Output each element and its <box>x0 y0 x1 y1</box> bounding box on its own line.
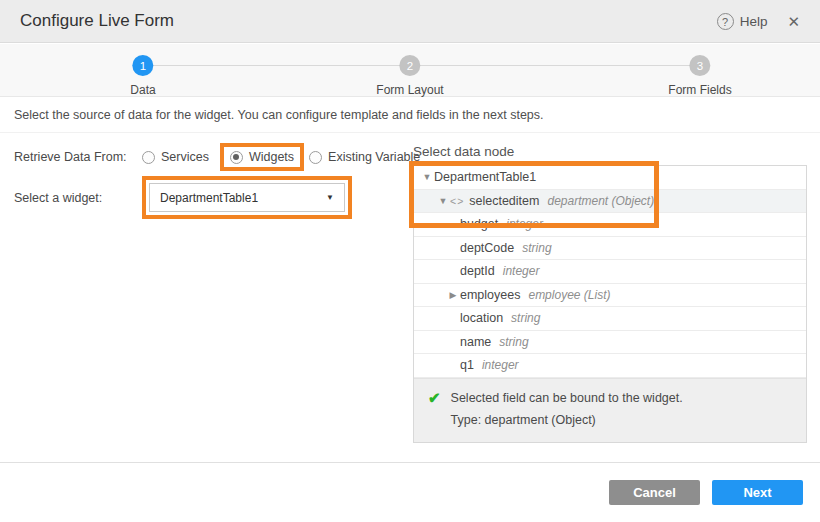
step-label: Form Layout <box>376 83 443 97</box>
stepper-steps: 1Data2Form Layout3Form Fields <box>0 44 820 96</box>
widget-select-highlight: DepartmentTable1 ▼ <box>142 176 352 219</box>
footer-buttons: Cancel Next <box>609 480 803 505</box>
binding-note-line2: Type: department (Object) <box>451 409 683 432</box>
tree-node-name: selecteditem <box>469 194 539 208</box>
step-number: 3 <box>690 55 711 76</box>
caret-down-icon[interactable]: ▼ <box>420 172 434 182</box>
caret-down-icon[interactable]: ▼ <box>436 196 450 206</box>
select-widget-row: Select a widget: DepartmentTable1 ▼ <box>14 176 352 219</box>
check-icon: ✔ <box>428 389 441 407</box>
tree-node-location[interactable]: locationstring <box>414 307 806 331</box>
binding-note: ✔ Selected field can be bound to the wid… <box>414 378 806 442</box>
tree-node-q1[interactable]: q1integer <box>414 354 806 378</box>
tree-node-type: department (Object) <box>547 194 654 208</box>
binding-note-line1: Selected field can be bound to the widge… <box>451 387 683 410</box>
retrieve-data-label: Retrieve Data From: <box>14 150 142 164</box>
tree-node-name: location <box>460 311 503 325</box>
close-icon[interactable]: ✕ <box>783 11 804 33</box>
dialog-title: Configure Live Form <box>20 11 174 31</box>
radio-label: Services <box>161 150 209 164</box>
step-number: 2 <box>399 55 420 76</box>
tree-node-name[interactable]: namestring <box>414 331 806 355</box>
configure-live-form-dialog: Configure Live Form ? Help ✕ 1Data2Form … <box>0 0 820 522</box>
instruction-text: Select the source of data for the widget… <box>0 98 820 133</box>
binding-note-text: Selected field can be bound to the widge… <box>451 387 683 432</box>
tree-node-selecteditem[interactable]: ▼<>selecteditemdepartment (Object) <box>414 190 806 214</box>
retrieve-data-row: Retrieve Data From: ServicesWidgetsExist… <box>14 143 426 171</box>
tree-node-type: string <box>499 335 528 349</box>
tree-node-name: deptId <box>460 264 495 278</box>
tree-node-name: deptCode <box>460 241 514 255</box>
help-icon: ? <box>717 13 734 30</box>
dialog-header: Configure Live Form ? Help ✕ <box>0 0 820 43</box>
code-brackets-icon: <> <box>450 195 464 207</box>
step-label: Form Fields <box>668 83 731 97</box>
next-button[interactable]: Next <box>712 480 803 505</box>
select-widget-label: Select a widget: <box>14 191 142 205</box>
tree-node-budget[interactable]: budgetinteger <box>414 213 806 237</box>
wizard-stepper: 1Data2Form Layout3Form Fields <box>0 44 820 97</box>
step-number: 1 <box>132 55 153 76</box>
tree-node-type: string <box>511 311 540 325</box>
radio-services[interactable]: Services <box>142 150 209 164</box>
tree-node-type: integer <box>503 264 540 278</box>
tree-node-departmenttable1[interactable]: ▼DepartmentTable1 <box>414 166 806 190</box>
tree-node-type: integer <box>506 217 543 231</box>
radio-circle-icon <box>230 151 243 164</box>
retrieve-radio-group: ServicesWidgetsExisting Variable <box>142 143 426 171</box>
radio-highlight-box: Widgets <box>220 143 304 171</box>
step-form-fields[interactable]: 3Form Fields <box>668 55 731 97</box>
step-form-layout[interactable]: 2Form Layout <box>376 55 443 97</box>
radio-label: Existing Variable <box>328 150 420 164</box>
step-label: Data <box>130 83 155 97</box>
radio-circle-icon <box>142 151 155 164</box>
tree-node-deptid[interactable]: deptIdinteger <box>414 260 806 284</box>
tree-node-type: integer <box>482 358 519 372</box>
data-node-heading: Select data node <box>413 144 514 159</box>
data-node-tree: ▼DepartmentTable1▼<>selecteditemdepartme… <box>414 166 806 378</box>
cancel-button[interactable]: Cancel <box>609 480 700 505</box>
dialog-footer: Cancel Next <box>0 462 820 522</box>
widget-select[interactable]: DepartmentTable1 ▼ <box>149 183 345 212</box>
chevron-down-icon: ▼ <box>326 193 334 202</box>
caret-right-icon[interactable]: ▶ <box>446 290 460 300</box>
tree-node-type: employee (List) <box>528 288 610 302</box>
header-actions: ? Help ✕ <box>717 0 804 43</box>
help-label: Help <box>740 14 768 29</box>
widget-select-value: DepartmentTable1 <box>160 191 258 205</box>
tree-node-name: q1 <box>460 358 474 372</box>
radio-circle-icon <box>309 151 322 164</box>
tree-node-name: DepartmentTable1 <box>434 170 536 184</box>
tree-node-deptcode[interactable]: deptCodestring <box>414 237 806 261</box>
data-node-panel: ▼DepartmentTable1▼<>selecteditemdepartme… <box>413 165 807 443</box>
tree-node-type: string <box>522 241 551 255</box>
radio-existing-variable[interactable]: Existing Variable <box>309 150 420 164</box>
radio-widgets[interactable]: Widgets <box>230 150 294 164</box>
tree-node-name: budget <box>460 217 498 231</box>
radio-label: Widgets <box>249 150 294 164</box>
tree-node-name: name <box>460 335 491 349</box>
step-data[interactable]: 1Data <box>130 55 155 97</box>
help-button[interactable]: ? Help <box>717 13 768 30</box>
tree-node-name: employees <box>460 288 520 302</box>
tree-node-employees[interactable]: ▶employeesemployee (List) <box>414 284 806 308</box>
